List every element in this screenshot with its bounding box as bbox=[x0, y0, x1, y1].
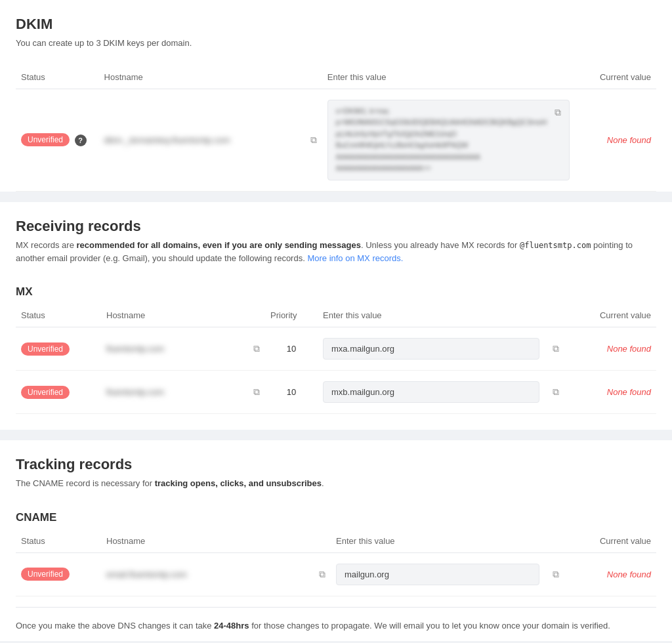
mx-row2-copy-hostname-icon[interactable]: ⧉ bbox=[253, 386, 260, 398]
mx-table: Status Hostname Priority Enter this valu… bbox=[16, 304, 656, 414]
mx-col-status: Status bbox=[16, 304, 101, 327]
dkim-none-found: None found bbox=[607, 135, 651, 145]
mx-col-enter-value: Enter this value bbox=[318, 304, 545, 327]
cname-copy-hostname[interactable]: ⧉ bbox=[311, 552, 331, 596]
dkim-help-icon[interactable]: ? bbox=[75, 135, 87, 146]
mx-row1-copy-hostname[interactable]: ⧉ bbox=[245, 327, 265, 371]
cname-copy-value-icon[interactable]: ⧉ bbox=[553, 569, 559, 580]
receiving-section: Receiving records MX records are recomme… bbox=[0, 202, 672, 430]
mx-row2-copy-value-icon[interactable]: ⧉ bbox=[553, 386, 559, 398]
cname-col-enter-value: Enter this value bbox=[331, 529, 545, 553]
cname-enter-value: mailgun.org bbox=[331, 552, 545, 596]
receiving-title: Receiving records bbox=[16, 218, 656, 235]
mx-row1-copy-hostname-icon[interactable]: ⧉ bbox=[253, 343, 260, 354]
cname-value-text: mailgun.org bbox=[345, 570, 389, 579]
cname-col-status: Status bbox=[16, 529, 101, 553]
cname-unverified-badge: Unverified bbox=[21, 568, 70, 581]
mx-row2-priority: 10 bbox=[265, 371, 318, 414]
mx-more-info-link[interactable]: More info on MX records. bbox=[307, 253, 403, 263]
dkim-copy-hostname-icon[interactable]: ⧉ bbox=[310, 135, 317, 146]
tracking-section: Tracking records The CNAME record is nec… bbox=[0, 440, 672, 641]
mx-row-1: Unverified fluentsmtp.com ⧉ 10 mxa.mailg… bbox=[16, 327, 656, 371]
cname-title: CNAME bbox=[16, 501, 656, 529]
dkim-unverified-badge: Unverified bbox=[21, 133, 70, 146]
mx-row1-copy-value-icon[interactable]: ⧉ bbox=[553, 343, 559, 354]
cname-row-1: Unverified email.fluentsmtp.com ⧉ mailgu… bbox=[16, 552, 656, 596]
dkim-col-enter-value: Enter this value bbox=[322, 66, 575, 89]
dkim-current-value-cell: None found bbox=[575, 89, 656, 192]
receiving-domain-code: @fluentsmtp.com bbox=[520, 241, 591, 250]
receiving-bold-text: recommended for all domains, even if you… bbox=[76, 240, 360, 250]
dkim-copy-hostname[interactable]: ⧉ bbox=[303, 89, 322, 192]
dkim-subsection-title bbox=[16, 60, 656, 66]
dkim-section: DKIM You can create up to 3 DKIM keys pe… bbox=[0, 0, 672, 192]
cname-row1-status: Unverified bbox=[16, 552, 101, 596]
dkim-enter-value-cell: v=DKIM1; k=rsa; p=MIGfMA0GCSqGSIb3DQEBAQ… bbox=[322, 89, 575, 192]
cname-copy-hostname-icon[interactable]: ⧉ bbox=[319, 569, 326, 580]
cname-current-value: None found bbox=[571, 552, 656, 596]
mx-row-2: Unverified fluentsmtp.com ⧉ 10 mxb.mailg… bbox=[16, 371, 656, 414]
mx-row1-current-value: None found bbox=[571, 327, 656, 371]
mx-row1-status: Unverified bbox=[16, 327, 101, 371]
dkim-row-1: Unverified ? dkim._domainkey.fluentsmtp.… bbox=[16, 89, 656, 192]
mx-row2-none-found: None found bbox=[607, 387, 651, 397]
mx-col-priority: Priority bbox=[265, 304, 318, 327]
mx-title: MX bbox=[16, 275, 656, 304]
dkim-title: DKIM bbox=[16, 16, 656, 33]
dkim-status-cell: Unverified ? bbox=[16, 89, 99, 192]
mx-row2-value-box: mxb.mailgun.org bbox=[323, 381, 539, 403]
dkim-hostname-blurred: dkim._domainkey.fluentsmtp.com bbox=[104, 135, 230, 145]
cname-none-found: None found bbox=[607, 570, 651, 579]
mx-col-hostname: Hostname bbox=[101, 304, 245, 327]
dkim-hostname-cell: dkim._domainkey.fluentsmtp.com bbox=[99, 89, 303, 192]
mx-row2-hostname-blurred: fluentsmtp.com bbox=[106, 387, 198, 397]
cname-col-current-value: Current value bbox=[571, 529, 656, 553]
mx-row1-unverified-badge: Unverified bbox=[21, 342, 70, 356]
mx-row1-hostname-blurred: fluentsmtp.com bbox=[106, 344, 198, 354]
mx-row2-enter-value: mxb.mailgun.org bbox=[318, 371, 545, 414]
dkim-table: Status Hostname Enter this value Current… bbox=[16, 66, 656, 192]
cname-hostname-blurred: email.fluentsmtp.com bbox=[106, 570, 198, 579]
footer-note: Once you make the above DNS changes it c… bbox=[16, 607, 656, 641]
mx-row1-none-found: None found bbox=[607, 344, 651, 354]
dkim-description: You can create up to 3 DKIM keys per dom… bbox=[16, 37, 656, 50]
dkim-value-blurred: v=DKIM1; k=rsa; p=MIGfMA0GCSqGSIb3DQEBAQ… bbox=[336, 106, 547, 175]
mx-row1-priority: 10 bbox=[265, 327, 318, 371]
receiving-description: MX records are recommended for all domai… bbox=[16, 239, 656, 264]
mx-col-current-value: Current value bbox=[571, 304, 656, 327]
tracking-bold-text: tracking opens, clicks, and unsubscribes bbox=[155, 478, 322, 488]
tracking-title: Tracking records bbox=[16, 456, 656, 473]
dkim-copy-value-icon[interactable]: ⧉ bbox=[555, 106, 561, 119]
dkim-col-current-value: Current value bbox=[575, 66, 656, 89]
mx-row1-value-text: mxa.mailgun.org bbox=[331, 344, 394, 354]
cname-row1-hostname: email.fluentsmtp.com bbox=[101, 552, 311, 596]
mx-row2-unverified-badge: Unverified bbox=[21, 386, 70, 399]
mx-row1-copy-value[interactable]: ⧉ bbox=[545, 327, 571, 371]
dkim-col-hostname: Hostname bbox=[99, 66, 303, 89]
dkim-value-box: v=DKIM1; k=rsa; p=MIGfMA0GCSqGSIb3DQEBAQ… bbox=[327, 100, 570, 181]
mx-row2-copy-value[interactable]: ⧉ bbox=[545, 371, 571, 414]
mx-row1-value-box: mxa.mailgun.org bbox=[323, 338, 539, 360]
cname-col-hostname: Hostname bbox=[101, 529, 311, 553]
mx-row2-current-value: None found bbox=[571, 371, 656, 414]
footer-time-bold: 24-48hrs bbox=[214, 621, 249, 631]
dkim-col-status: Status bbox=[16, 66, 99, 89]
mx-row1-enter-value: mxa.mailgun.org bbox=[318, 327, 545, 371]
mx-row2-copy-hostname[interactable]: ⧉ bbox=[245, 371, 265, 414]
mx-row2-hostname: fluentsmtp.com bbox=[101, 371, 245, 414]
cname-table: Status Hostname Enter this value Current… bbox=[16, 529, 656, 596]
cname-copy-value[interactable]: ⧉ bbox=[545, 552, 571, 596]
mx-row2-value-text: mxb.mailgun.org bbox=[331, 387, 394, 397]
mx-row1-hostname: fluentsmtp.com bbox=[101, 327, 245, 371]
mx-row2-status: Unverified bbox=[16, 371, 101, 414]
tracking-description: The CNAME record is necessary for tracki… bbox=[16, 477, 656, 490]
cname-value-box: mailgun.org bbox=[336, 564, 539, 585]
